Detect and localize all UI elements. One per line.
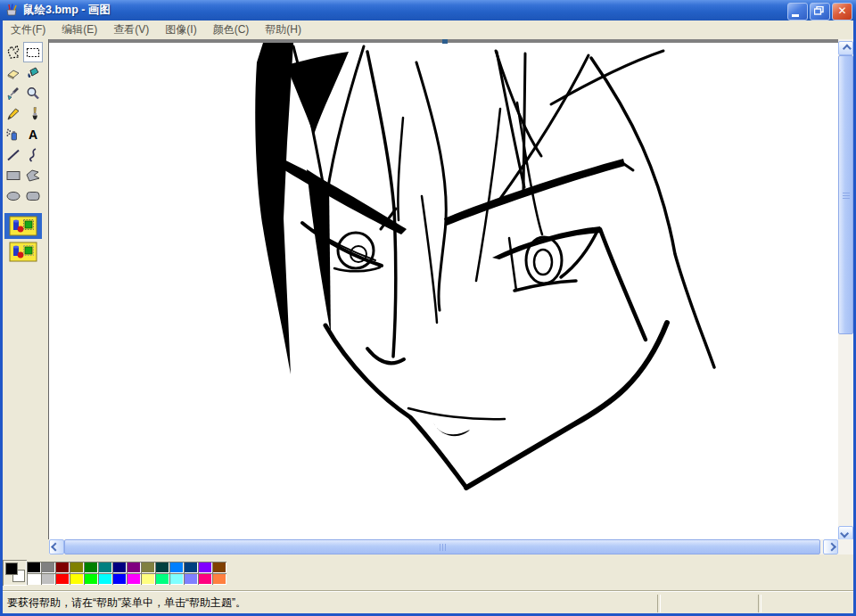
thumb-gripper	[843, 193, 850, 200]
tool-pick-color[interactable]	[4, 83, 23, 103]
transparent-selection-icon	[9, 242, 37, 262]
palette-color-swatch[interactable]	[198, 562, 212, 573]
palette-color-swatch[interactable]	[155, 562, 169, 573]
palette-color-swatch[interactable]	[212, 562, 226, 573]
tool-select[interactable]	[23, 42, 43, 62]
option-transparent-selection[interactable]	[4, 239, 42, 265]
horizontal-scroll-thumb[interactable]	[64, 539, 820, 554]
text-tool-icon: A	[24, 126, 42, 144]
horizontal-scrollbar[interactable]	[49, 539, 838, 554]
palette-color-swatch[interactable]	[155, 573, 169, 585]
menu-edit[interactable]: 编辑(E)	[54, 21, 105, 39]
rounded-rectangle-icon	[24, 187, 42, 205]
window-title: 鼠绘3.bmp - 画图	[23, 0, 111, 21]
tool-free-form-select[interactable]	[4, 42, 23, 62]
palette-color-swatch[interactable]	[184, 573, 198, 585]
eraser-icon	[4, 64, 22, 82]
palette-color-swatch[interactable]	[41, 562, 55, 573]
tool-airbrush[interactable]	[4, 124, 23, 144]
status-pane-divider	[657, 595, 661, 612]
close-button[interactable]: ✕	[832, 3, 852, 21]
palette-color-swatch[interactable]	[112, 562, 127, 573]
palette-color-swatch[interactable]	[27, 562, 41, 573]
palette-color-swatch[interactable]	[141, 562, 155, 573]
drawing-stroke	[476, 109, 500, 281]
palette-color-swatch[interactable]	[55, 573, 70, 585]
palette-color-swatch[interactable]	[112, 573, 127, 585]
restore-button[interactable]	[810, 3, 830, 21]
palette-color-swatch[interactable]	[127, 573, 141, 585]
palette-color-swatch[interactable]	[98, 562, 112, 573]
magnifier-icon	[24, 85, 42, 103]
palette-color-swatch[interactable]	[98, 573, 112, 585]
palette-color-swatch[interactable]	[70, 573, 84, 585]
tool-options-box	[4, 213, 42, 265]
palette-color-swatch[interactable]	[169, 562, 184, 573]
chevron-down-icon	[840, 529, 849, 538]
drawing-stroke	[466, 323, 667, 488]
tool-line[interactable]	[4, 144, 23, 165]
opaque-selection-icon	[9, 216, 37, 236]
drawing-stroke	[325, 325, 466, 488]
minimize-button[interactable]	[787, 3, 808, 21]
tool-rounded-rectangle[interactable]	[23, 185, 43, 206]
scroll-left-button[interactable]	[49, 539, 64, 554]
drawing-stroke	[398, 118, 403, 220]
menu-view[interactable]: 查看(V)	[105, 21, 157, 39]
palette-color-swatch[interactable]	[141, 573, 155, 585]
foreground-color[interactable]	[5, 563, 18, 575]
drawing-stroke	[496, 51, 541, 156]
canvas-drawing[interactable]	[49, 43, 838, 539]
tool-pencil[interactable]	[4, 103, 23, 124]
palette-color-swatch[interactable]	[84, 562, 98, 573]
drawing-stroke	[255, 43, 293, 374]
menu-file[interactable]: 文件(F)	[3, 21, 54, 39]
tool-ellipse[interactable]	[4, 185, 23, 206]
tool-eraser[interactable]	[4, 62, 23, 83]
palette-color-swatch[interactable]	[41, 573, 55, 585]
scroll-right-button[interactable]	[823, 539, 838, 554]
free-form-select-icon	[4, 44, 22, 62]
status-pane-divider	[758, 595, 761, 612]
vertical-scrollbar[interactable]	[838, 39, 853, 541]
palette-color-swatch[interactable]	[84, 573, 98, 585]
tool-magnifier[interactable]	[23, 83, 43, 103]
palette-color-swatch[interactable]	[184, 562, 198, 573]
tool-rectangle[interactable]	[4, 165, 23, 185]
palette-color-swatch[interactable]	[212, 573, 226, 585]
drawing-stroke	[509, 238, 516, 291]
tool-fill-with-color[interactable]	[23, 62, 43, 83]
drawing-stroke	[600, 229, 646, 340]
tool-text[interactable]: A	[23, 124, 43, 144]
palette-color-swatch[interactable]	[27, 573, 41, 585]
palette-color-swatch[interactable]	[70, 562, 84, 573]
menu-help[interactable]: 帮助(H)	[257, 21, 309, 39]
minimize-icon	[792, 14, 799, 17]
menu-colors[interactable]: 颜色(C)	[205, 21, 258, 39]
drawing-stroke	[534, 250, 552, 275]
fill-bucket-icon	[24, 64, 42, 82]
tool-polygon[interactable]	[23, 165, 43, 185]
drawing-stroke	[526, 237, 562, 283]
brush-icon	[24, 105, 42, 123]
chevron-up-icon	[843, 44, 852, 53]
tool-curve[interactable]	[23, 144, 43, 165]
vertical-scroll-thumb[interactable]	[838, 55, 853, 334]
title-bar: 鼠绘3.bmp - 画图 ✕	[0, 0, 856, 21]
palette-color-swatch[interactable]	[127, 562, 141, 573]
option-opaque-selection[interactable]	[4, 213, 42, 239]
pencil-icon	[4, 105, 22, 123]
palette-color-swatch[interactable]	[55, 562, 70, 573]
drawing-stroke	[280, 158, 407, 234]
palette-color-swatch[interactable]	[169, 573, 184, 585]
tool-brush[interactable]	[23, 103, 43, 124]
scroll-up-button[interactable]	[838, 41, 853, 55]
scroll-down-button[interactable]	[838, 526, 853, 540]
menu-image[interactable]: 图像(I)	[157, 21, 204, 39]
eyedropper-icon	[4, 85, 22, 103]
status-help-text: 要获得帮助，请在“帮助”菜单中，单击“帮助主题”。	[7, 595, 246, 611]
line-icon	[4, 146, 22, 164]
paint-window: 鼠绘3.bmp - 画图 ✕ 文件(F) 编辑(E) 查看(V) 图像(I) 颜…	[0, 0, 856, 616]
palette-color-swatch[interactable]	[198, 573, 212, 585]
drawing-stroke	[523, 53, 525, 190]
